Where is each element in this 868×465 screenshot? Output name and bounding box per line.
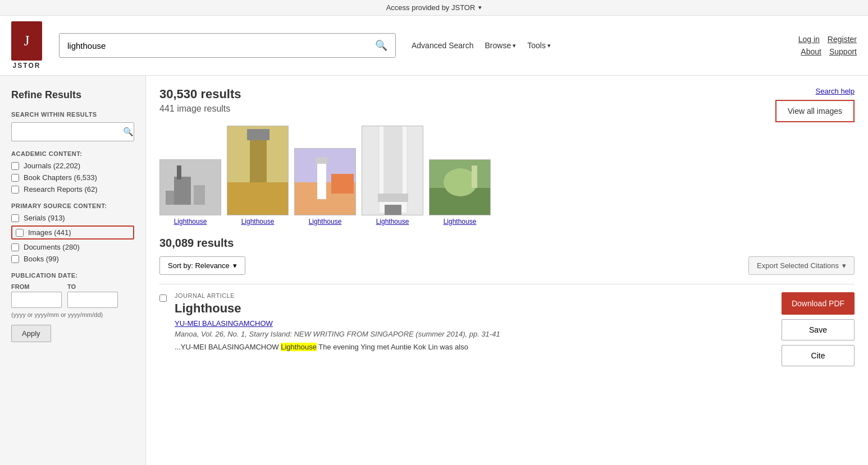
filter-images: Images (441)	[11, 225, 134, 240]
image-label-4[interactable]: Lighthouse	[376, 218, 409, 225]
tools-link[interactable]: Tools ▾	[523, 39, 555, 52]
research-reports-checkbox[interactable]	[11, 186, 19, 194]
main-layout: Refine Results SEARCH WITHIN RESULTS 🔍 A…	[0, 76, 868, 465]
primary-source-label: PRIMARY SOURCE CONTENT:	[11, 202, 134, 209]
top-banner: Access provided by JSTOR ▾	[0, 0, 868, 16]
filter-books: Books (99)	[11, 255, 134, 263]
image-thumb-2[interactable]	[227, 126, 289, 215]
sub-results-count: 30,089 results	[159, 237, 855, 250]
sort-label: Sort by: Relevance	[168, 261, 230, 270]
total-results: 30,530 results	[159, 87, 241, 102]
images-checkbox[interactable]	[16, 229, 24, 237]
view-all-images-button[interactable]: View all images	[775, 100, 855, 122]
svg-rect-2	[177, 165, 181, 179]
image-thumb-4[interactable]	[362, 126, 423, 215]
svg-rect-8	[227, 182, 289, 215]
content: 30,530 results 441 image results Search …	[146, 76, 868, 465]
search-input[interactable]	[60, 35, 367, 56]
pub-date-section: PUBLICATION DATE: FROM TO (yyyy or yyyy/…	[11, 272, 134, 342]
logo-area: J JSTOR	[11, 21, 42, 70]
journals-checkbox[interactable]	[11, 162, 19, 170]
article-title: Lighthouse	[175, 301, 774, 316]
support-link[interactable]: Support	[829, 47, 857, 56]
cite-button[interactable]: Cite	[782, 345, 855, 366]
search-within-input[interactable]	[12, 124, 117, 140]
register-link[interactable]: Register	[828, 35, 857, 44]
export-citations-button[interactable]: Export Selected Citations ▾	[748, 256, 855, 275]
images-label: Images (441)	[28, 228, 71, 237]
browse-link[interactable]: Browse ▾	[481, 39, 521, 52]
browse-label: Browse	[485, 41, 511, 50]
image-label-2[interactable]: Lighthouse	[241, 218, 275, 225]
book-chapters-label: Book Chapters (6,533)	[24, 173, 97, 182]
export-label: Export Selected Citations	[757, 261, 839, 270]
svg-rect-17	[378, 194, 408, 202]
snippet-highlight: Lighthouse	[281, 343, 317, 351]
pub-date-label: PUBLICATION DATE:	[11, 272, 134, 279]
export-chevron: ▾	[842, 261, 846, 270]
book-chapters-checkbox[interactable]	[11, 174, 19, 182]
article-result: JOURNAL ARTICLE Lighthouse YU-MEI BALASI…	[159, 284, 855, 366]
image-label-1[interactable]: Lighthouse	[174, 218, 207, 225]
documents-checkbox[interactable]	[11, 243, 19, 251]
svg-rect-11	[317, 160, 326, 199]
meta-links: About Support	[801, 47, 857, 56]
save-button[interactable]: Save	[782, 319, 855, 340]
top-right-actions: Search help View all images	[775, 87, 855, 122]
serials-label: Serials (913)	[24, 214, 65, 222]
apply-button[interactable]: Apply	[11, 325, 51, 342]
image-item-2: Lighthouse	[227, 126, 289, 225]
about-link[interactable]: About	[801, 47, 821, 56]
image-thumb-1[interactable]	[159, 159, 221, 215]
results-counts: 30,530 results 441 image results	[159, 87, 241, 122]
login-link[interactable]: Log in	[798, 35, 820, 44]
svg-rect-1	[174, 177, 191, 205]
svg-rect-18	[385, 205, 401, 215]
jstor-logo[interactable]: J	[11, 21, 42, 61]
image-thumb-5[interactable]	[429, 159, 491, 215]
top-results-bar: 30,530 results 441 image results Search …	[159, 87, 855, 122]
search-within-button[interactable]: 🔍	[117, 123, 134, 141]
image-item-5: Lighthouse	[429, 159, 491, 225]
tools-label: Tools	[527, 41, 546, 50]
browse-chevron: ▾	[513, 42, 516, 49]
banner-text: Access provided by JSTOR	[386, 3, 476, 12]
image-label-3[interactable]: Lighthouse	[309, 218, 342, 225]
search-button[interactable]: 🔍	[367, 34, 395, 57]
image-label-5[interactable]: Lighthouse	[444, 218, 477, 225]
sidebar: Refine Results SEARCH WITHIN RESULTS 🔍 A…	[0, 76, 146, 465]
article-author[interactable]: YU-MEI BALASINGAMCHOW	[175, 319, 774, 328]
to-date-input[interactable]	[67, 292, 118, 308]
search-help-link[interactable]: Search help	[816, 87, 855, 95]
advanced-search-link[interactable]: Advanced Search	[407, 39, 478, 52]
books-label: Books (99)	[24, 255, 59, 263]
image-thumb-3[interactable]	[294, 148, 356, 215]
snippet-prefix: ...YU-MEI BALASINGAMCHOW	[175, 343, 281, 351]
from-date-input[interactable]	[11, 292, 62, 308]
article-checkbox[interactable]	[159, 294, 167, 302]
filter-documents: Documents (280)	[11, 243, 134, 251]
article-journal: Manoa, Vol. 26, No. 1, Starry Island: NE…	[175, 330, 774, 338]
image-results-count: 441 image results	[159, 104, 241, 114]
sort-button[interactable]: Sort by: Relevance ▾	[159, 256, 245, 275]
serials-checkbox[interactable]	[11, 214, 19, 222]
sort-chevron: ▾	[233, 261, 237, 270]
results-toolbar: Sort by: Relevance ▾ Export Selected Cit…	[159, 256, 855, 275]
search-bar: 🔍	[59, 33, 396, 58]
article-body: JOURNAL ARTICLE Lighthouse YU-MEI BALASI…	[175, 292, 774, 366]
search-within-label: SEARCH WITHIN RESULTS	[11, 111, 134, 118]
article-actions: Download PDF Save Cite	[782, 292, 855, 366]
download-pdf-button[interactable]: Download PDF	[782, 292, 855, 315]
to-label: TO	[67, 283, 118, 290]
svg-rect-4	[194, 185, 205, 205]
date-to-col: TO	[67, 283, 118, 308]
filter-journals: Journals (22,202)	[11, 162, 134, 170]
image-item-4: Lighthouse	[362, 126, 423, 225]
books-checkbox[interactable]	[11, 255, 19, 263]
svg-rect-7	[247, 129, 269, 140]
research-reports-label: Research Reports (62)	[24, 185, 98, 194]
banner-chevron: ▾	[478, 4, 482, 11]
tools-chevron: ▾	[547, 42, 551, 49]
svg-rect-12	[316, 157, 327, 164]
article-select-area	[159, 294, 167, 366]
